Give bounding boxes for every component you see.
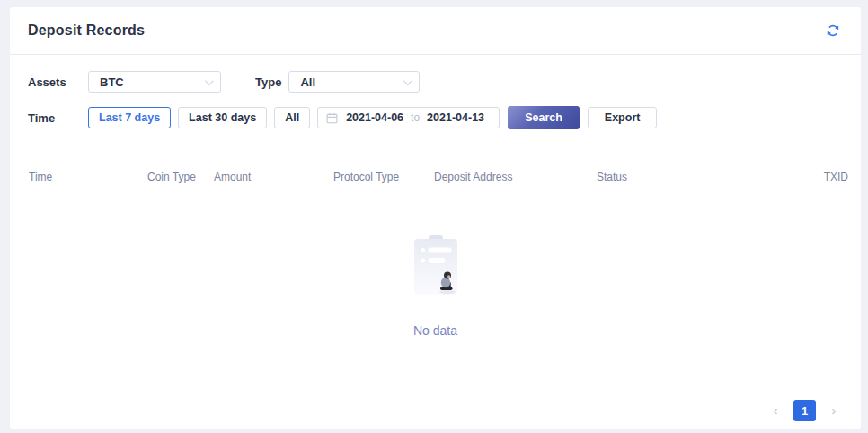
- time-row: Time Last 7 days Last 30 days All 2021-0…: [28, 106, 843, 129]
- assets-select[interactable]: BTC: [88, 71, 221, 93]
- page-1-button[interactable]: 1: [793, 400, 816, 421]
- card-header: Deposit Records: [10, 7, 861, 55]
- filters-section: Assets BTC Type All Time Last 7 days Las…: [10, 55, 861, 129]
- column-header-deposit-address: Deposit Address: [434, 171, 597, 183]
- column-header-time: Time: [29, 171, 147, 183]
- chevron-down-icon: [205, 76, 214, 85]
- deposit-records-card: Deposit Records Assets BTC Type All: [10, 7, 861, 429]
- assets-select-value: BTC: [100, 75, 124, 89]
- chevron-right-icon[interactable]: ›: [825, 400, 843, 421]
- date-range-picker[interactable]: 2021-04-06 to 2021-04-13: [317, 107, 500, 128]
- empty-state: No data: [10, 235, 861, 338]
- column-header-txid: TXID: [824, 171, 848, 183]
- no-data-illustration: [410, 235, 462, 298]
- type-label: Type: [255, 75, 281, 89]
- table-header-row: Time Coin Type Amount Protocol Type Depo…: [10, 171, 861, 183]
- range-button-last-7-days[interactable]: Last 7 days: [88, 107, 171, 128]
- column-header-coin-type: Coin Type: [147, 171, 214, 183]
- column-header-amount: Amount: [214, 171, 333, 183]
- pagination: ‹ 1 ›: [766, 400, 843, 421]
- range-button-all[interactable]: All: [274, 107, 310, 128]
- date-separator: to: [411, 111, 420, 124]
- assets-type-row: Assets BTC Type All: [28, 71, 843, 93]
- date-to-value[interactable]: 2021-04-13: [427, 111, 484, 124]
- time-label: Time: [28, 111, 88, 125]
- page-title: Deposit Records: [28, 22, 145, 39]
- type-select[interactable]: All: [288, 71, 420, 93]
- column-header-status: Status: [597, 171, 824, 183]
- no-data-text: No data: [413, 323, 457, 338]
- refresh-icon[interactable]: [825, 22, 841, 39]
- chevron-left-icon[interactable]: ‹: [766, 400, 784, 421]
- search-button[interactable]: Search: [508, 106, 580, 129]
- date-from-value[interactable]: 2021-04-06: [346, 111, 403, 124]
- type-select-value: All: [300, 75, 315, 89]
- assets-label: Assets: [28, 75, 88, 89]
- range-button-last-30-days[interactable]: Last 30 days: [178, 107, 267, 128]
- chevron-down-icon: [403, 76, 412, 85]
- export-button[interactable]: Export: [588, 107, 657, 128]
- column-header-protocol-type: Protocol Type: [333, 171, 434, 183]
- calendar-icon: [326, 112, 338, 124]
